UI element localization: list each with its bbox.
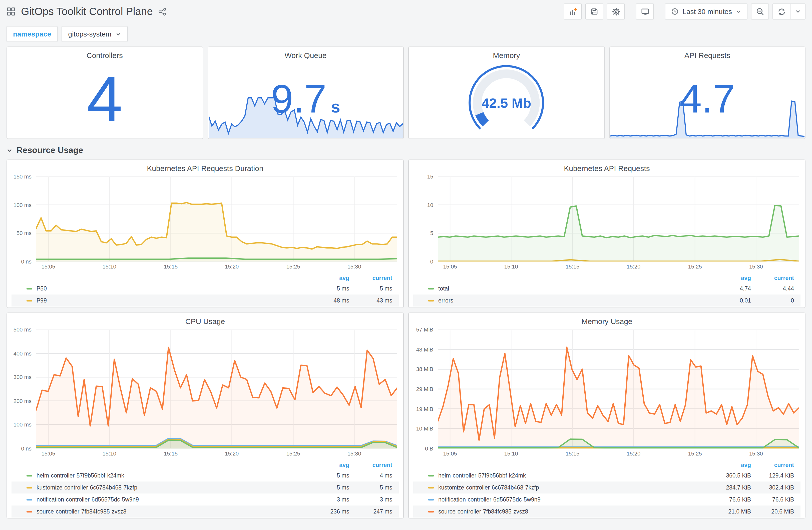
refresh-button[interactable] — [772, 3, 791, 19]
controllers-value: 4 — [87, 67, 122, 131]
duration-chart-plot[interactable] — [36, 177, 397, 262]
panel-title[interactable]: Memory Usage — [409, 313, 805, 326]
legend-sort-avg[interactable]: avg — [306, 462, 349, 468]
y-axis-label: 100 ms — [14, 202, 31, 208]
y-axis-label: 500 ms — [14, 326, 31, 333]
legend-series-name[interactable]: helm-controller-57f9b56bbf-k24mk — [438, 472, 708, 479]
series-color-dash — [27, 511, 32, 512]
y-axis: 57 MiB48 MiB38 MiB29 MiB19 MiB10 MiB0 B — [412, 329, 438, 448]
legend-header: avgcurrent — [413, 460, 800, 470]
y-axis-label: 0 — [430, 259, 433, 265]
panel-title[interactable]: Memory — [409, 47, 604, 60]
legend-current-value: 5 ms — [349, 285, 392, 292]
dashboard-icon[interactable] — [6, 7, 15, 16]
panel-api-requests: API Requests 4.7 — [609, 46, 806, 139]
legend-row: total4.744.44 — [413, 282, 800, 294]
work-queue-value: 9.7s — [271, 79, 340, 119]
time-range-picker[interactable]: Last 30 minutes — [665, 3, 748, 19]
legend-series-name[interactable]: P99 — [37, 297, 306, 304]
panel-title[interactable]: Work Queue — [208, 47, 403, 60]
legend-row: helm-controller-57f9b56bbf-k24mk5 ms4 ms — [12, 470, 399, 482]
legend-sort-avg[interactable]: avg — [306, 275, 349, 281]
requests-chart-plot[interactable] — [438, 177, 799, 262]
series-color-dash — [27, 300, 32, 301]
legend-current-value: 76.6 KiB — [751, 497, 794, 502]
x-axis-label: 15:25 — [287, 451, 300, 456]
chevron-down-icon — [795, 9, 801, 15]
legend: avgcurrentP505 ms5 msP9948 ms43 ms — [12, 274, 399, 307]
panel-memory-usage: Memory Usage 57 MiB48 MiB38 MiB29 MiB19 … — [408, 312, 806, 518]
legend-sort-current[interactable]: current — [349, 462, 392, 468]
legend-series-name[interactable]: P50 — [37, 285, 306, 292]
panel-k8s-api-requests: Kubernetes API Requests 151050 15:0515:1… — [408, 160, 806, 308]
legend-row: P9948 ms43 ms — [12, 294, 399, 307]
legend-series-name[interactable]: notification-controller-6d56575dc-5w9n9 — [438, 497, 708, 502]
cycle-view-button[interactable] — [636, 3, 654, 19]
legend-series-name[interactable]: total — [438, 285, 708, 292]
legend-series-name[interactable]: kustomize-controller-6c6784b468-7kzfp — [37, 485, 306, 490]
x-axis: 15:0515:1015:1515:2015:2515:30 — [438, 263, 799, 271]
y-axis: 150 ms100 ms50 ms0 ns — [10, 177, 36, 262]
legend-row: kustomize-controller-6c6784b468-7kzfp5 m… — [12, 482, 399, 494]
section-title: Resource Usage — [16, 146, 83, 156]
dashboard-settings-button[interactable] — [607, 3, 625, 19]
chevron-down-icon — [6, 147, 13, 153]
legend-sort-current[interactable]: current — [349, 275, 392, 281]
y-axis-label: 29 MiB — [416, 386, 434, 392]
panel-k8s-api-requests-duration: Kubernetes API Requests Duration 150 ms1… — [6, 160, 404, 308]
share-icon[interactable] — [158, 7, 167, 16]
legend: avgcurrenthelm-controller-57f9b56bbf-k24… — [413, 460, 800, 517]
x-axis-label: 15:25 — [287, 264, 300, 269]
page-title: GitOps Toolkit Control Plane — [21, 5, 153, 17]
legend-series-name[interactable]: source-controller-7fb84fc985-zvsz8 — [438, 509, 708, 515]
panel-title[interactable]: CPU Usage — [7, 313, 403, 326]
memory-chart-plot[interactable] — [438, 329, 799, 448]
legend-row: P505 ms5 ms — [12, 282, 399, 294]
save-dashboard-button[interactable] — [585, 3, 604, 19]
panel-title[interactable]: Kubernetes API Requests — [409, 160, 805, 174]
series-color-dash — [428, 475, 434, 476]
y-axis-label: 10 MiB — [416, 426, 434, 432]
panel-title[interactable]: API Requests — [610, 47, 805, 60]
sync-icon — [777, 7, 786, 16]
legend-series-name[interactable]: notification-controller-6d56575dc-5w9n9 — [37, 497, 306, 502]
legend-series-name[interactable]: source-controller-7fb84fc985-zvsz8 — [37, 509, 306, 515]
refresh-interval-dropdown[interactable] — [791, 3, 806, 19]
legend-series-name[interactable]: kustomize-controller-6c6784b468-7kzfp — [438, 485, 708, 490]
series-color-dash — [428, 487, 434, 488]
legend-sort-current[interactable]: current — [751, 275, 794, 281]
add-panel-button[interactable] — [564, 3, 582, 19]
legend-avg-value: 5 ms — [306, 285, 349, 292]
x-axis: 15:0515:1015:1515:2015:2515:30 — [36, 450, 397, 458]
legend-row: notification-controller-6d56575dc-5w9n97… — [413, 494, 800, 505]
y-axis-label: 0 ns — [21, 445, 31, 452]
y-axis-label: 0 ns — [21, 259, 31, 265]
legend-current-value: 247 ms — [349, 509, 392, 515]
y-axis-label: 150 ms — [14, 174, 31, 179]
x-axis-label: 15:10 — [103, 451, 116, 456]
legend-series-name[interactable]: helm-controller-57f9b56bbf-k24mk — [37, 472, 306, 479]
legend-avg-value: 4.74 — [708, 285, 751, 292]
panel-title[interactable]: Kubernetes API Requests Duration — [7, 160, 403, 174]
x-axis-label: 15:20 — [225, 264, 238, 269]
legend-avg-value: 5 ms — [306, 485, 349, 490]
y-axis-label: 100 ms — [14, 422, 31, 428]
legend-sort-avg[interactable]: avg — [708, 462, 751, 468]
legend-avg-value: 0.01 — [708, 297, 751, 304]
search-minus-icon — [756, 7, 764, 16]
legend-avg-value: 236 ms — [306, 509, 349, 515]
panel-title[interactable]: Controllers — [7, 47, 202, 60]
y-axis-label: 0 B — [425, 445, 433, 452]
y-axis-label: 38 MiB — [416, 366, 434, 372]
cpu-chart-plot[interactable] — [36, 329, 397, 448]
row-resource-usage[interactable]: Resource Usage — [0, 144, 812, 160]
y-axis-label: 200 ms — [14, 398, 31, 404]
legend-sort-avg[interactable]: avg — [708, 275, 751, 281]
variable-label-namespace[interactable]: namespace — [6, 26, 58, 42]
zoom-out-button[interactable] — [751, 3, 769, 19]
legend-sort-current[interactable]: current — [751, 462, 794, 468]
x-axis: 15:0515:1015:1515:2015:2515:30 — [36, 263, 397, 271]
legend: avgcurrenthelm-controller-57f9b56bbf-k24… — [12, 460, 399, 517]
variable-value-dropdown[interactable]: gitops-system — [62, 26, 128, 42]
legend-series-name[interactable]: errors — [438, 297, 708, 304]
